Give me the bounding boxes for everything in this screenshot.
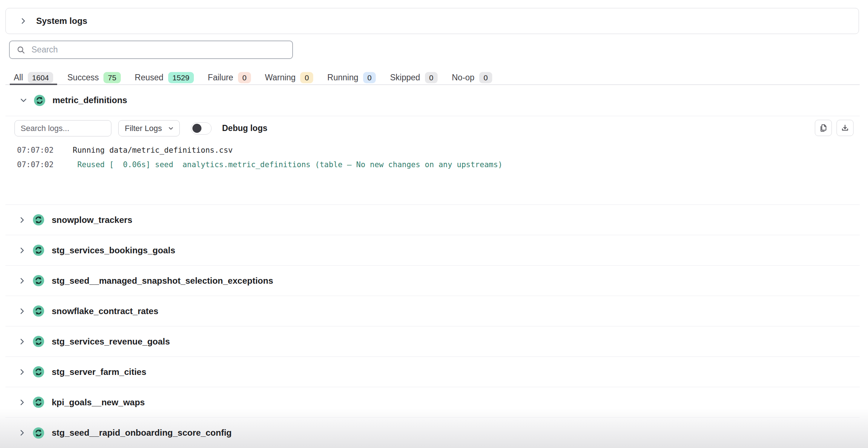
section-row-label: snowplow_trackers: [52, 215, 132, 225]
section-row-label: stg_seed__managed_snapshot_selection_exc…: [52, 276, 273, 286]
section-row-stg_seed__rapid_onboarding_score_config[interactable]: stg_seed__rapid_onboarding_score_config: [5, 418, 860, 448]
reused-refresh-icon: [33, 427, 44, 439]
reused-refresh-icon: [33, 214, 44, 225]
status-tab-no-op[interactable]: No-op 0: [448, 71, 496, 84]
reused-refresh-icon: [33, 305, 44, 317]
tab-label: No-op: [452, 73, 475, 83]
status-tab-failure[interactable]: Failure 0: [204, 71, 255, 84]
section-row-stg_seed__managed_snapshot_selection_exceptions[interactable]: stg_seed__managed_snapshot_selection_exc…: [5, 266, 860, 296]
filter-logs-label: Filter Logs: [125, 124, 162, 133]
run-logs-page: System logs All 1604 Success 75 Reused 1…: [0, 0, 868, 448]
log-line: 07:07:02 Running data/metric_definitions…: [17, 143, 502, 157]
section-header-metric-definitions[interactable]: metric_definitions: [5, 85, 860, 116]
download-icon: [841, 123, 850, 132]
log-output: 07:07:02 Running data/metric_definitions…: [17, 143, 502, 172]
log-search-input[interactable]: [14, 120, 111, 136]
tab-label: Running: [327, 73, 358, 83]
section-row-snowflake_contract_rates[interactable]: snowflake_contract_rates: [5, 296, 860, 326]
section-row-stg_server_farm_cities[interactable]: stg_server_farm_cities: [5, 357, 860, 387]
reused-refresh-icon: [33, 336, 44, 347]
section-row-label: snowflake_contract_rates: [52, 306, 158, 316]
log-panel: Filter Logs Debug logs: [5, 116, 860, 205]
section-row-stg_services_revenue_goals[interactable]: stg_services_revenue_goals: [5, 326, 860, 357]
section-row-snowplow_trackers[interactable]: snowplow_trackers: [5, 205, 860, 235]
section-row-stg_services_bookings_goals[interactable]: stg_services_bookings_goals: [5, 235, 860, 266]
section-row-label: stg_services_bookings_goals: [52, 245, 175, 255]
tab-count-badge: 0: [425, 72, 438, 83]
debug-logs-toggle[interactable]: [191, 122, 212, 135]
status-tab-skipped[interactable]: Skipped 0: [386, 71, 442, 84]
log-message: Reused [ 0.06s] seed analytics.metric_de…: [73, 160, 502, 169]
tab-count-badge: 0: [300, 72, 313, 83]
system-logs-label: System logs: [36, 16, 87, 26]
tab-label: Failure: [208, 73, 233, 83]
tab-label: All: [14, 73, 23, 83]
section-row-label: stg_server_farm_cities: [52, 367, 146, 377]
log-actions: [815, 120, 854, 136]
log-timestamp: 07:07:02: [17, 146, 73, 155]
tab-count-badge: 1604: [28, 72, 54, 83]
log-toolbar: Filter Logs Debug logs: [14, 120, 267, 136]
toggle-knob: [192, 124, 201, 133]
status-tab-warning[interactable]: Warning 0: [261, 71, 317, 84]
filter-logs-select[interactable]: Filter Logs: [118, 120, 180, 136]
search-icon: [16, 45, 26, 55]
tab-label: Warning: [265, 73, 296, 83]
copy-logs-button[interactable]: [815, 120, 832, 136]
download-logs-button[interactable]: [837, 120, 854, 136]
chevron-right-icon: [18, 398, 26, 407]
reused-refresh-icon: [34, 95, 45, 106]
chevron-right-icon: [18, 307, 26, 316]
reused-refresh-icon: [33, 245, 44, 256]
reused-refresh-icon: [33, 366, 44, 377]
system-logs-section[interactable]: System logs: [5, 8, 859, 34]
chevron-right-icon: [18, 246, 26, 255]
tab-count-badge: 0: [479, 72, 492, 83]
status-tab-success[interactable]: Success 75: [63, 71, 124, 84]
chevron-right-icon: [18, 428, 26, 437]
status-tab-reused[interactable]: Reused 1529: [131, 71, 198, 84]
section-list: snowplow_trackers stg_services_bookings_…: [5, 205, 860, 448]
section-row-kpi_goals__new_waps[interactable]: kpi_goals__new_waps: [5, 387, 860, 418]
reused-refresh-icon: [33, 275, 44, 286]
debug-logs-label: Debug logs: [222, 123, 267, 133]
section-row-label: stg_seed__rapid_onboarding_score_config: [52, 428, 231, 438]
tab-count-badge: 0: [238, 72, 251, 83]
copy-icon: [819, 123, 828, 132]
tab-label: Reused: [135, 73, 163, 83]
chevron-right-icon: [18, 276, 26, 285]
section-row-label: kpi_goals__new_waps: [52, 397, 145, 407]
chevron-right-icon: [18, 337, 26, 346]
chevron-down-icon: [19, 96, 28, 105]
tab-count-badge: 0: [363, 72, 376, 83]
status-tab-running[interactable]: Running 0: [323, 71, 380, 84]
log-message: Running data/metric_definitions.csv: [73, 146, 233, 155]
search-input[interactable]: [31, 45, 288, 55]
status-tabs: All 1604 Success 75 Reused 1529 Failure …: [5, 71, 860, 85]
tab-count-badge: 1529: [168, 72, 194, 83]
log-timestamp: 07:07:02: [17, 160, 73, 169]
chevron-right-icon: [18, 368, 26, 376]
chevron-right-icon: [19, 17, 27, 25]
chevron-right-icon: [18, 216, 26, 224]
section-row-label: stg_services_revenue_goals: [52, 337, 170, 347]
tab-label: Skipped: [390, 73, 420, 83]
tab-label: Success: [67, 73, 99, 83]
reused-refresh-icon: [33, 397, 44, 408]
log-line: 07:07:02 Reused [ 0.06s] seed analytics.…: [17, 157, 502, 172]
section-label: metric_definitions: [52, 95, 127, 105]
status-tab-all[interactable]: All 1604: [10, 71, 57, 84]
chevron-down-icon: [167, 125, 174, 132]
tab-count-badge: 75: [103, 72, 120, 83]
search-box[interactable]: [9, 41, 293, 59]
